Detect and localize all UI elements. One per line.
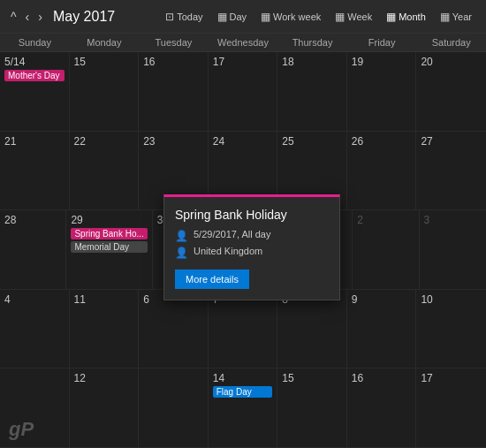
header-tuesday: Tuesday <box>139 34 209 51</box>
location-icon: 👤 <box>175 247 188 259</box>
workweek-icon: ▦ <box>261 11 270 23</box>
cell-514[interactable]: 5/14 Mother's Day <box>0 52 70 131</box>
cell-26[interactable]: 26 <box>347 132 417 210</box>
day-num: 5/14 <box>4 56 65 68</box>
cell-18[interactable]: 18 <box>277 52 347 131</box>
nav-arrows: ^ ‹ › <box>7 8 46 26</box>
view-today-button[interactable]: ⊡ Today <box>158 7 209 27</box>
cell-r5-mon[interactable]: 12 <box>70 368 140 447</box>
month-icon: ▦ <box>386 11 396 23</box>
popup-location: United Kingdom <box>194 246 262 256</box>
cell-r5-wed[interactable]: 14 Flag Day <box>209 368 278 447</box>
day-headers: Sunday Monday Tuesday Wednesday Thursday… <box>0 34 486 52</box>
view-month-button[interactable]: ▦ Month <box>379 7 433 27</box>
cell-17[interactable]: 17 <box>209 52 278 131</box>
today-icon: ⊡ <box>165 11 174 23</box>
cell-19[interactable]: 19 <box>347 52 417 131</box>
header-saturday: Saturday <box>416 34 486 51</box>
cell-20[interactable]: 20 <box>416 52 486 131</box>
day-num: 3 <box>424 214 482 226</box>
month-title: May 2017 <box>53 9 115 25</box>
header-wednesday: Wednesday <box>209 34 278 51</box>
day-num: 16 <box>143 56 203 68</box>
event-mothers-day[interactable]: Mother's Day <box>4 70 65 81</box>
day-num: 26 <box>352 135 412 148</box>
cell-21[interactable]: 21 <box>0 132 70 210</box>
day-num: 23 <box>143 135 203 148</box>
day-num: 25 <box>282 135 342 148</box>
nav-next-button[interactable]: › <box>34 8 46 26</box>
view-year-label: Year <box>452 11 472 22</box>
popup-date-row: 👤 5/29/2017, All day <box>175 229 329 242</box>
view-week-label: Week <box>347 11 372 22</box>
day-icon: ▦ <box>217 11 227 23</box>
cal-row-4: 4 11 6 7 8 9 10 <box>0 290 486 369</box>
cell-r5-sat[interactable]: 17 <box>416 368 486 447</box>
cell-r4-tue[interactable]: 6 <box>139 290 209 368</box>
cell-r4-sun[interactable]: 4 <box>0 290 70 368</box>
event-popup: Spring Bank Holiday 👤 5/29/2017, All day… <box>163 194 340 300</box>
cal-row-1: 5/14 Mother's Day 15 16 17 18 19 20 <box>0 52 486 132</box>
view-today-label: Today <box>177 11 202 22</box>
cell-r4-fri[interactable]: 9 <box>347 290 417 368</box>
more-details-button[interactable]: More details <box>175 270 249 289</box>
day-num: 22 <box>74 135 134 148</box>
day-num: 11 <box>74 293 134 306</box>
day-num: 21 <box>4 135 65 148</box>
cell-r4-mon[interactable]: 11 <box>70 290 140 368</box>
day-num: 17 <box>421 372 482 384</box>
cell-r4-sat[interactable]: 10 <box>416 290 486 368</box>
view-day-label: Day <box>230 11 247 22</box>
cell-16[interactable]: 16 <box>139 52 209 131</box>
year-icon: ▦ <box>440 11 450 23</box>
day-num: 20 <box>421 56 482 68</box>
day-num: 17 <box>213 56 273 68</box>
calendar-icon: 👤 <box>175 230 188 242</box>
cell-r5-tue[interactable] <box>139 368 209 447</box>
header-monday: Monday <box>70 34 140 51</box>
view-workweek-button[interactable]: ▦ Work week <box>254 7 328 27</box>
day-num: 29 <box>71 214 147 226</box>
day-num: 18 <box>282 56 342 68</box>
view-year-button[interactable]: ▦ Year <box>433 7 479 27</box>
cell-jun2[interactable]: 2 <box>353 210 419 289</box>
cell-r4-thu[interactable]: 8 <box>277 290 347 368</box>
view-week-button[interactable]: ▦ Week <box>328 7 379 27</box>
cell-r5-thu[interactable]: 15 <box>277 368 347 447</box>
cal-row-5: 12 14 Flag Day 15 16 17 <box>0 368 486 448</box>
day-num: 10 <box>421 293 482 306</box>
cell-r4-wed[interactable]: 7 <box>209 290 278 368</box>
cell-22[interactable]: 22 <box>70 132 140 210</box>
nav-up-button[interactable]: ^ <box>7 8 20 26</box>
popup-location-row: 👤 United Kingdom <box>175 246 329 259</box>
cell-jun3[interactable]: 3 <box>420 210 486 289</box>
cell-29[interactable]: 29 Spring Bank Ho... Memorial Day <box>66 210 152 289</box>
event-memorial-day[interactable]: Memorial Day <box>71 241 147 253</box>
event-spring-bank[interactable]: Spring Bank Ho... <box>71 228 147 239</box>
header-sunday: Sunday <box>0 34 70 51</box>
popup-date: 5/29/2017, All day <box>194 229 270 239</box>
cell-28[interactable]: 28 <box>0 210 66 289</box>
nav-prev-button[interactable]: ‹ <box>22 8 34 26</box>
week-icon: ▦ <box>335 11 345 23</box>
day-num: 16 <box>352 372 412 384</box>
day-num: 14 <box>213 372 273 384</box>
view-day-button[interactable]: ▦ Day <box>210 7 254 27</box>
day-num: 24 <box>213 135 273 148</box>
view-buttons: ⊡ Today ▦ Day ▦ Work week ▦ Week ▦ Month… <box>158 7 479 27</box>
day-num: 27 <box>421 135 482 148</box>
day-num: 2 <box>357 214 414 226</box>
day-num: 12 <box>74 372 134 384</box>
top-bar: ^ ‹ › May 2017 ⊡ Today ▦ Day ▦ Work week… <box>0 0 486 34</box>
event-flag-day[interactable]: Flag Day <box>213 386 273 398</box>
cell-27[interactable]: 27 <box>416 132 486 210</box>
header-thursday: Thursday <box>277 34 347 51</box>
view-month-label: Month <box>399 11 426 22</box>
day-num: 4 <box>4 293 65 306</box>
popup-title: Spring Bank Holiday <box>175 208 329 222</box>
view-workweek-label: Work week <box>273 11 321 22</box>
day-num: 15 <box>74 56 134 68</box>
cell-15[interactable]: 15 <box>70 52 140 131</box>
day-num: 15 <box>282 372 342 384</box>
cell-r5-fri[interactable]: 16 <box>347 368 417 447</box>
